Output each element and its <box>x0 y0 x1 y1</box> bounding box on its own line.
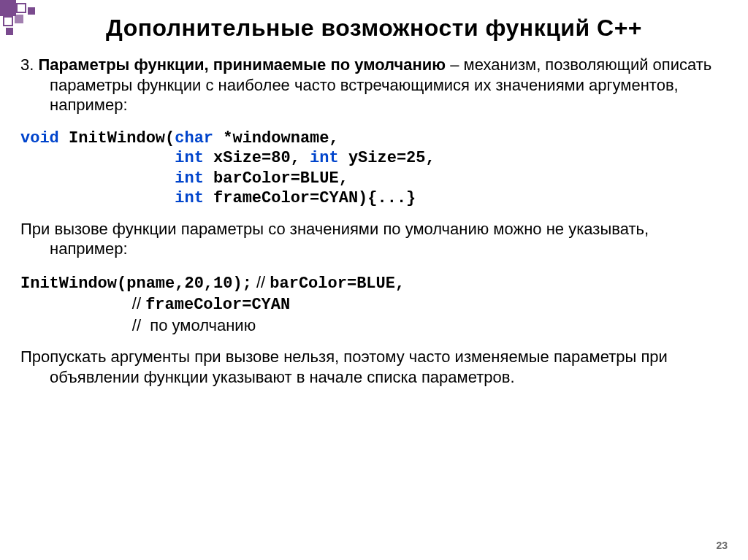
outro-paragraph: Пропускать аргументы при вызове нельзя, … <box>20 347 728 387</box>
mid-paragraph: При вызове функции параметры со значения… <box>20 219 728 259</box>
code-text: ySize=25, <box>339 149 435 167</box>
code-text: InitWindow( <box>59 129 175 147</box>
code-text: xSize=80, <box>204 149 310 167</box>
code-text: frameColor=CYAN <box>145 296 290 314</box>
code-block-declaration: void InitWindow(char *windowname, int xS… <box>20 129 728 209</box>
comment-text: по умолчанию <box>150 316 256 334</box>
comment-slashes: // <box>252 273 270 291</box>
code-text: *windowname, <box>213 129 339 147</box>
comment-slashes: // <box>20 294 145 312</box>
page-number: 23 <box>716 540 728 551</box>
kw-char: char <box>175 129 213 147</box>
code-text: barColor=BLUE, <box>204 169 348 188</box>
code-text: barColor=BLUE, <box>270 275 405 293</box>
code-indent <box>20 149 175 167</box>
intro-number: 3. <box>20 55 38 74</box>
code-text: InitWindow(pname,20,10); <box>20 275 252 293</box>
comment-slashes: // <box>20 316 150 334</box>
intro-bold: Параметры функции, принимаемые по умолча… <box>38 55 446 74</box>
code-text: frameColor=CYAN){...} <box>204 189 416 207</box>
code-block-call: InitWindow(pname,20,10); // barColor=BLU… <box>20 272 728 337</box>
kw-void: void <box>20 129 59 147</box>
kw-int: int <box>175 169 204 188</box>
code-indent <box>20 169 175 188</box>
kw-int: int <box>175 149 204 167</box>
corner-decoration <box>0 0 58 37</box>
kw-int: int <box>310 149 339 167</box>
slide-title: Дополнительные возможности функций С++ <box>20 15 728 42</box>
code-indent <box>20 189 175 207</box>
kw-int: int <box>175 189 204 207</box>
intro-paragraph: 3. Параметры функции, принимаемые по умо… <box>20 55 728 115</box>
